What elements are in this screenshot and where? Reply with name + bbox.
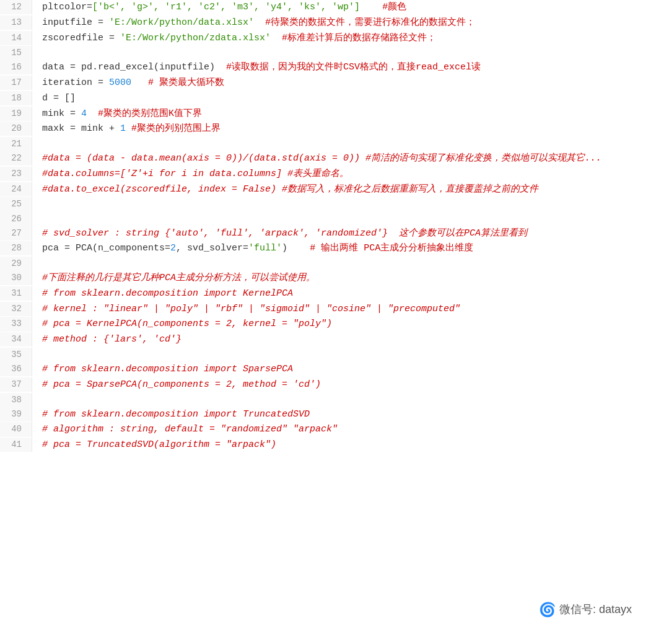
line-number: 29 [0, 257, 32, 271]
line-content: maxk = mink + 1 #聚类的列别范围上界 [32, 121, 669, 137]
line-content: # from sklearn.decomposition import Trun… [32, 407, 669, 423]
line-row: 17iteration = 5000 # 聚类最大循环数 [0, 76, 669, 91]
line-row: 32# kernel : "linear" | "poly" | "rbf" |… [0, 302, 669, 317]
line-number: 30 [0, 271, 32, 285]
code-token: #待聚类的数据文件，需要进行标准化的数据文件； [265, 17, 475, 28]
code-token: ) [282, 243, 310, 254]
code-token: #标准差计算后的数据存储路径文件； [282, 33, 436, 43]
line-row: 26 [0, 212, 669, 226]
code-token: #聚类的类别范围K值下界 [98, 108, 202, 119]
code-token: 'E:/Work/python/zdata.xlsx' [120, 33, 271, 43]
code-lines: 12pltcolor=['b<', 'g>', 'r1', 'c2', 'm3'… [0, 0, 669, 453]
line-row: 36# from sklearn.decomposition import Sp… [0, 362, 669, 377]
line-row: 15 [0, 46, 669, 60]
line-row: 21 [0, 137, 669, 151]
line-number: 40 [0, 422, 32, 436]
code-token: #读取数据，因为我的文件时CSV格式的，直接read_excel读 [226, 62, 481, 73]
line-content: inputfile = 'E:/Work/python/data.xlsx' #… [32, 15, 669, 31]
line-number: 33 [0, 317, 32, 331]
line-row: 28pca = PCA(n_components=2, svd_solver='… [0, 241, 669, 257]
line-content: d = [] [32, 91, 669, 107]
line-number: 12 [0, 0, 32, 14]
code-token: # from sklearn.decomposition import Trun… [42, 409, 310, 420]
code-token: 'E:/Work/python/data.xlsx' [109, 17, 254, 28]
line-row: 20maxk = mink + 1 #聚类的列别范围上界 [0, 121, 669, 137]
line-number: 19 [0, 107, 32, 121]
line-row: 40# algorithm : string, default = "rando… [0, 422, 669, 438]
line-row: 12pltcolor=['b<', 'g>', 'r1', 'c2', 'm3'… [0, 0, 669, 15]
line-content: #data.to_excel(zscoredfile, index = Fals… [32, 182, 669, 198]
code-token: # from sklearn.decomposition import Spar… [42, 364, 293, 374]
code-token: mink = [42, 108, 81, 119]
line-number: 39 [0, 407, 32, 421]
watermark: 🌀 微信号: datayx [539, 599, 632, 620]
line-number: 31 [0, 286, 32, 301]
line-number: 23 [0, 167, 32, 181]
line-number: 18 [0, 91, 32, 105]
line-row: 24#data.to_excel(zscoredfile, index = Fa… [0, 182, 669, 198]
line-number: 13 [0, 15, 32, 30]
line-row: 29 [0, 257, 669, 271]
code-token: #data.to_excel(zscoredfile, index = Fals… [42, 184, 538, 195]
line-number: 15 [0, 46, 32, 60]
code-token: maxk = mink + [42, 123, 120, 134]
line-row: 31# from sklearn.decomposition import Ke… [0, 286, 669, 302]
code-token: , svd_solver= [176, 243, 248, 254]
line-content: # from sklearn.decomposition import Spar… [32, 362, 669, 377]
line-number: 38 [0, 393, 32, 407]
line-content: # algorithm : string, default = "randomi… [32, 422, 669, 438]
line-row: 37# pca = SparsePCA(n_components = 2, me… [0, 377, 669, 393]
code-token: # kernel : "linear" | "poly" | "rbf" | "… [42, 304, 460, 314]
code-token: # 聚类最大循环数 [148, 77, 224, 88]
line-content: # kernel : "linear" | "poly" | "rbf" | "… [32, 302, 669, 317]
code-token: inputfile = [42, 17, 109, 28]
code-token: 2 [170, 243, 176, 254]
code-token: zscoredfile = [42, 33, 120, 43]
line-row: 23#data.columns=['Z'+i for i in data.col… [0, 167, 669, 182]
line-content: zscoredfile = 'E:/Work/python/zdata.xlsx… [32, 31, 669, 46]
line-row: 22#data = (data - data.mean(axis = 0))/(… [0, 151, 669, 167]
code-token: d = [] [42, 93, 76, 104]
code-token: # pca = TruncatedSVD(algorithm = "arpack… [42, 439, 276, 450]
code-token: #data.columns=['Z'+i for i in data.colum… [42, 169, 349, 179]
code-token: #data = (data - data.mean(axis = 0))/(da… [42, 153, 601, 164]
code-token: 4 [81, 108, 87, 119]
line-number: 24 [0, 182, 32, 196]
line-content: iteration = 5000 # 聚类最大循环数 [32, 76, 669, 91]
code-token [87, 108, 98, 119]
line-number: 41 [0, 438, 32, 452]
line-number: 25 [0, 197, 32, 211]
line-number: 27 [0, 226, 32, 240]
line-number: 20 [0, 121, 32, 136]
code-token: iteration = [42, 77, 109, 88]
code-token [271, 33, 282, 43]
line-content: pca = PCA(n_components=2, svd_solver='fu… [32, 241, 669, 257]
code-token: # 输出两维 PCA主成分分析抽象出维度 [310, 243, 473, 254]
line-row: 25 [0, 197, 669, 211]
code-token: # pca = KernelPCA(n_components = 2, kern… [42, 319, 332, 329]
line-number: 21 [0, 137, 32, 151]
line-row: 19mink = 4 #聚类的类别范围K值下界 [0, 107, 669, 122]
line-number: 34 [0, 332, 32, 346]
code-token: # svd_solver : string {'auto', 'full', '… [42, 228, 527, 239]
code-token: pltcolor [42, 2, 87, 12]
code-token: #聚类的列别范围上界 [131, 123, 221, 134]
code-token: #下面注释的几行是其它几种PCA主成分分析方法，可以尝试使用。 [42, 273, 315, 283]
line-row: 18d = [] [0, 91, 669, 107]
line-row: 13inputfile = 'E:/Work/python/data.xlsx'… [0, 15, 669, 31]
line-number: 35 [0, 348, 32, 362]
line-number: 14 [0, 31, 32, 45]
code-token [360, 2, 382, 12]
line-content: pltcolor=['b<', 'g>', 'r1', 'c2', 'm3', … [32, 0, 669, 15]
code-token: 1 [120, 123, 126, 134]
line-content: #下面注释的几行是其它几种PCA主成分分析方法，可以尝试使用。 [32, 271, 669, 286]
code-token: # pca = SparsePCA(n_components = 2, meth… [42, 379, 321, 390]
line-number: 36 [0, 362, 32, 376]
code-token: # algorithm : string, default = "randomi… [42, 424, 338, 434]
line-row: 38 [0, 393, 669, 407]
code-token [131, 77, 148, 88]
line-row: 33# pca = KernelPCA(n_components = 2, ke… [0, 317, 669, 332]
line-number: 28 [0, 241, 32, 255]
code-token: ['b<', 'g>', 'r1', 'c2', 'm3', 'y4', 'ks… [92, 2, 360, 12]
code-token: data = pd.read_excel(inputfile) [42, 62, 226, 73]
